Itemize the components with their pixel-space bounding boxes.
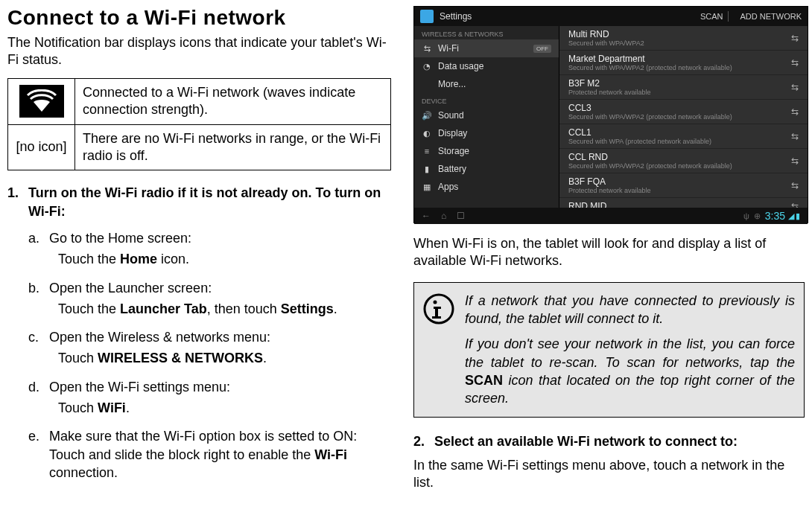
wireless-section-label: WIRELESS & NETWORKS [414, 26, 559, 39]
substep-c-post: . [263, 351, 267, 365]
step-1: 1. Turn on the Wi-Fi radio if it is not … [7, 184, 391, 492]
network-name: RND MID [568, 201, 787, 208]
substep-b-line1: Open the Launcher screen: [49, 281, 212, 295]
apps-icon: ▦ [422, 182, 432, 192]
substep-a-post: icon. [157, 252, 189, 266]
wifi-network-item[interactable]: Market DepartmentSecured with WPA/WPA2 (… [559, 51, 808, 75]
scan-button[interactable]: SCAN [700, 12, 723, 21]
wifi-signal-icon: ⇆ [791, 156, 799, 166]
substep-a-pre: Touch the [58, 252, 120, 266]
sidebar-item-storage[interactable]: ≡ Storage [414, 142, 559, 160]
substep-e-post: connection. [49, 465, 118, 480]
sidebar-display-label: Display [438, 128, 467, 138]
note-p2-bold: SCAN [465, 373, 503, 388]
wifi-signal-icon: ⇆ [791, 201, 799, 208]
substep-d-line1: Open the Wi-Fi settings menu: [49, 380, 230, 394]
substep-c-letter: c. [28, 328, 49, 368]
wifi-network-item[interactable]: B3F M2Protected network available⇆ [559, 75, 808, 100]
add-network-button[interactable]: ADD NETWORK [740, 12, 802, 21]
wifi-signal-icon: ⇆ [791, 33, 799, 43]
sidebar-storage-label: Storage [438, 146, 469, 156]
network-name: CCL RND [568, 152, 787, 162]
wifi-toggle[interactable]: OFF [533, 45, 551, 53]
usb-icon: ψ [743, 211, 749, 220]
debug-icon: ⊕ [754, 211, 761, 221]
substep-b-mid: , then touch [207, 301, 281, 316]
signal-icon: ◢ [788, 211, 794, 221]
substep-c-pre: Touch [58, 351, 98, 365]
wifi-network-item[interactable]: B3F FQAProtected network available⇆ [559, 173, 808, 198]
wifi-network-item[interactable]: CCL3Secured with WPA/WPA2 (protected net… [559, 100, 808, 124]
step-1-text: Turn on the Wi-Fi radio if it is not alr… [28, 185, 381, 218]
page-title: Connect to a Wi-Fi network [7, 6, 391, 30]
network-security: Protected network available [568, 187, 787, 194]
substep-b-pre: Touch the [58, 301, 120, 316]
substep-b-bold: Launcher Tab [120, 301, 207, 316]
svg-point-1 [434, 300, 437, 304]
intro-text: The Notification bar displays icons that… [7, 34, 391, 69]
network-security: Secured with WPA/WPA2 (protected network… [568, 162, 787, 170]
sidebar-item-data-usage[interactable]: ◔ Data usage [414, 57, 559, 75]
display-icon: ◐ [422, 129, 432, 138]
sidebar-data-label: Data usage [438, 61, 483, 71]
sidebar-item-more[interactable]: More... [414, 75, 559, 93]
sidebar-more-label: More... [438, 79, 466, 89]
data-usage-icon: ◔ [422, 62, 432, 71]
screenshot-title: Settings [440, 11, 472, 22]
wifi-signal-icon: ⇆ [791, 57, 799, 68]
step-2-text: Select an available Wi-Fi network to con… [434, 434, 738, 450]
substep-d-letter: d. [28, 378, 49, 418]
network-security: Secured with WPA/WPA2 (protected network… [568, 64, 787, 71]
info-icon [423, 293, 454, 325]
substep-a-letter: a. [28, 229, 49, 269]
wifi-network-list: Multi RNDSecured with WPA/WPA2⇆Market De… [559, 26, 808, 208]
settings-sidebar: WIRELESS & NETWORKS ⇆ Wi-Fi OFF ◔ Data u… [414, 26, 559, 208]
network-name: Multi RND [568, 29, 787, 39]
network-security: Secured with WPA/WPA2 (protected network… [568, 113, 787, 121]
back-icon[interactable]: ← [422, 211, 431, 221]
sidebar-item-wifi[interactable]: ⇆ Wi-Fi OFF [414, 39, 559, 57]
note-p1: If a network that you have connected to … [465, 292, 795, 328]
left-column: Connect to a Wi-Fi network The Notificat… [7, 6, 406, 515]
step-2-number: 2. [413, 434, 434, 450]
wifi-noicon-desc: There are no Wi-Fi networks in range, or… [75, 124, 391, 170]
substep-e-pre: Make sure that the Wi-Fi option box is s… [49, 429, 357, 461]
after-screenshot-text: When Wi-Fi is on, the tablet will look f… [413, 235, 805, 270]
step-2-tail: In the same Wi-Fi settings menu above, t… [413, 457, 805, 492]
wifi-connected-desc: Connected to a Wi-Fi network (waves indi… [75, 78, 391, 124]
wifi-network-item[interactable]: CCL RNDSecured with WPA/WPA2 (protected … [559, 149, 808, 173]
sidebar-apps-label: Apps [438, 182, 458, 192]
sidebar-item-battery[interactable]: ▮ Battery [414, 160, 559, 178]
wifi-signal-icon: ⇆ [791, 180, 799, 191]
sidebar-item-display[interactable]: ◐ Display [414, 124, 559, 142]
substep-c-bold: WIRELESS & NETWORKS [98, 351, 263, 365]
sidebar-sound-label: Sound [438, 110, 464, 121]
network-security: Protected network available [568, 89, 787, 96]
wifi-noicon-cell: [no icon] [8, 124, 75, 170]
sidebar-item-sound[interactable]: 🔊 Sound [414, 106, 559, 124]
network-name: B3F M2 [568, 78, 787, 89]
network-name: B3F FQA [568, 176, 787, 187]
home-icon[interactable]: ⌂ [441, 211, 446, 221]
wifi-network-item[interactable]: RND MID⇆ [559, 198, 808, 208]
substep-d-pre: Touch [58, 400, 98, 415]
substep-b-bold2: Settings [281, 301, 334, 316]
recent-icon[interactable]: ☐ [457, 211, 465, 221]
wifi-signal-icon: ⇆ [791, 106, 799, 117]
substep-b-letter: b. [28, 279, 49, 319]
substep-e-letter: e. [28, 427, 49, 482]
sidebar-item-apps[interactable]: ▦ Apps [414, 178, 559, 196]
device-section-label: DEVICE [414, 93, 559, 106]
battery-status-icon: ▮ [796, 211, 800, 221]
wifi-connected-icon-cell [8, 78, 75, 124]
network-name: Market Department [568, 54, 787, 64]
screenshot-header: Settings SCAN ADD NETWORK [414, 7, 808, 26]
wifi-icon: ⇆ [422, 44, 432, 54]
wifi-status-table: Connected to a Wi-Fi network (waves indi… [7, 78, 391, 171]
note-p2-post: icon that located on the top right corne… [465, 373, 795, 406]
network-name: CCL1 [568, 127, 787, 138]
sound-icon: 🔊 [422, 111, 432, 121]
wifi-network-item[interactable]: Multi RNDSecured with WPA/WPA2⇆ [559, 26, 808, 51]
note-p2-pre: If you don't see your network in the lis… [465, 336, 795, 369]
wifi-network-item[interactable]: CCL1Secured with WPA (protected network … [559, 124, 808, 149]
